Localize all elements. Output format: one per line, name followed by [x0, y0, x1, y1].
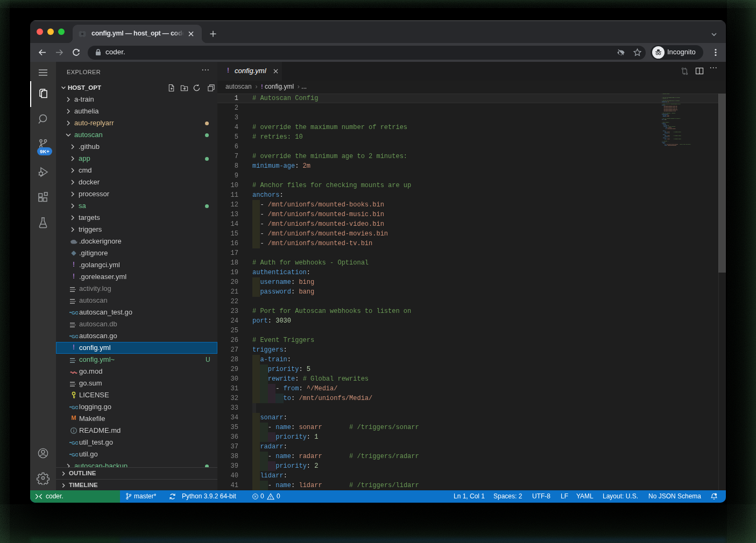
- svg-text:GO: GO: [72, 452, 78, 458]
- svg-text:GO: GO: [72, 405, 78, 410]
- svg-text:GO: GO: [72, 440, 78, 446]
- svg-text:GO: GO: [72, 334, 78, 339]
- svg-text:GO: GO: [72, 310, 78, 316]
